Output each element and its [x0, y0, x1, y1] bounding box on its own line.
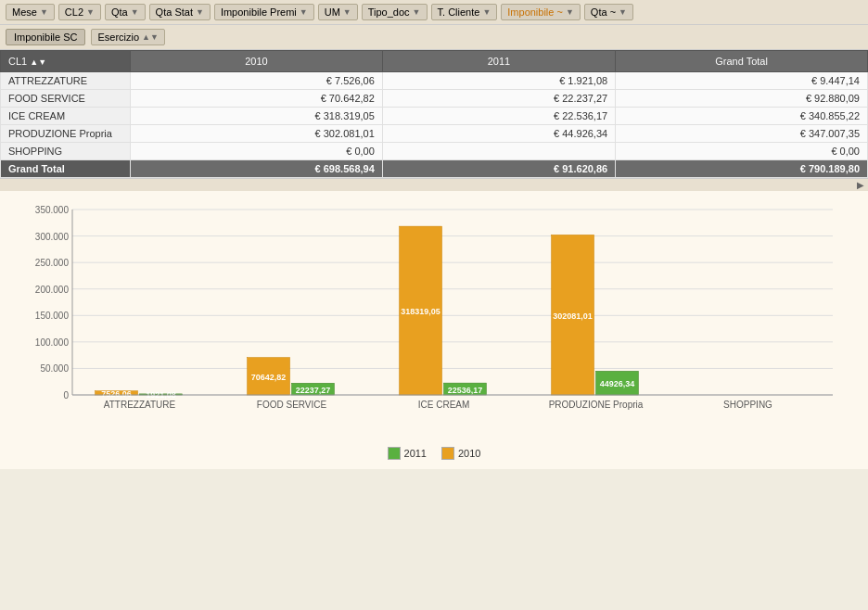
grand-total-total: € 790.189,80 — [616, 160, 868, 178]
table-row: FOOD SERVICE € 70.642,82 € 22.237,27 € 9… — [1, 90, 868, 108]
dropdown-arrow-icon: ▼ — [131, 7, 139, 17]
svg-text:318319,05: 318319,05 — [401, 307, 440, 316]
table-row: PRODUZIONE Propria € 302.081,01 € 44.926… — [1, 125, 868, 143]
dropdown-arrow-icon: ▼ — [413, 7, 421, 17]
grand-total-2011: € 91.620,86 — [382, 160, 615, 178]
svg-text:100.000: 100.000 — [35, 337, 70, 348]
row-2011-value: € 44.926,34 — [382, 125, 615, 143]
svg-text:22237,27: 22237,27 — [296, 386, 331, 395]
table-row: ICE CREAM € 318.319,05 € 22.536,17 € 340… — [1, 108, 868, 125]
dropdown-arrow-icon: ▼ — [86, 7, 95, 17]
legend-2010-color — [441, 447, 454, 460]
esercizio-button[interactable]: Esercizio ▲▼ — [91, 29, 164, 45]
filter-btn-cl2[interactable]: CL2 ▼ — [58, 4, 101, 20]
filter-btn-imponibile-premi[interactable]: Imponibile Premi ▼ — [214, 4, 314, 20]
row-2011-value: € 1.921,08 — [382, 72, 615, 90]
legend-2011: 2011 — [388, 447, 427, 460]
filter-btn-mese[interactable]: Mese ▼ — [6, 4, 55, 20]
dropdown-arrow-icon: ▼ — [566, 7, 574, 17]
row-total-value: € 347.007,35 — [616, 125, 868, 143]
second-bar: Imponibile SC Esercizio ▲▼ — [0, 25, 868, 50]
svg-text:ICE CREAM: ICE CREAM — [418, 400, 470, 410]
dropdown-arrow-icon: ▼ — [343, 7, 351, 17]
col-2011-header: 2011 — [382, 51, 615, 72]
row-2011-value: € 22.536,17 — [382, 108, 615, 125]
filter-btn-qta-~[interactable]: Qta ~ ▼ — [584, 4, 633, 20]
legend-2011-color — [388, 447, 401, 460]
svg-text:150.000: 150.000 — [35, 311, 70, 321]
svg-text:ATTREZZATURE: ATTREZZATURE — [104, 400, 176, 410]
row-2010-value: € 7.526,06 — [131, 72, 383, 90]
grand-total-2010: € 698.568,94 — [131, 160, 383, 178]
legend-2010: 2010 — [441, 447, 480, 460]
row-2011-value: € 22.237,27 — [382, 90, 615, 108]
scroll-right-icon[interactable]: ▶ — [857, 180, 864, 190]
imponibile-sc-button[interactable]: Imponibile SC — [6, 29, 85, 45]
row-label: PRODUZIONE Propria — [1, 125, 131, 143]
dropdown-arrow-icon: ▼ — [300, 7, 308, 17]
table-row: ATTREZZATURE € 7.526,06 € 1.921,08 € 9.4… — [1, 72, 868, 90]
svg-text:FOOD SERVICE: FOOD SERVICE — [257, 400, 327, 410]
dropdown-arrow-icon: ▼ — [619, 7, 627, 17]
row-total-value: € 340.855,22 — [616, 108, 868, 125]
svg-text:350.000: 350.000 — [35, 205, 70, 215]
filter-btn-imponibile-~[interactable]: Imponibile ~ ▼ — [501, 4, 581, 20]
row-total-value: € 9.447,14 — [616, 72, 868, 90]
svg-text:250.000: 250.000 — [35, 258, 70, 268]
row-2010-value: € 70.642,82 — [131, 90, 383, 108]
row-total-value: € 0,00 — [616, 143, 868, 160]
dropdown-arrow-icon: ▼ — [482, 7, 491, 17]
sort-icon: ▲▼ — [30, 57, 46, 67]
svg-text:PRODUZIONE Propria: PRODUZIONE Propria — [549, 400, 644, 410]
pivot-table: CL1 ▲▼ 2010 2011 Grand Total ATTREZZATUR… — [0, 50, 868, 178]
legend-2011-label: 2011 — [404, 448, 427, 459]
filter-bar: Mese ▼CL2 ▼Qta ▼Qta Stat ▼Imponibile Pre… — [0, 0, 868, 25]
row-2010-value: € 0,00 — [131, 143, 383, 160]
sort-arrows-icon: ▲▼ — [142, 32, 159, 42]
svg-text:50.000: 50.000 — [40, 363, 69, 374]
row-label: ATTREZZATURE — [1, 72, 131, 90]
col-grand-total-header: Grand Total — [616, 51, 868, 72]
filter-btn-qta[interactable]: Qta ▼ — [105, 4, 146, 20]
table-row: SHOPPING € 0,00 € 0,00 — [1, 143, 868, 160]
row-2011-value — [382, 143, 615, 160]
filter-btn-um[interactable]: UM ▼ — [318, 4, 358, 20]
filter-btn-qta-stat[interactable]: Qta Stat ▼ — [149, 4, 211, 20]
col-2010-header: 2010 — [131, 51, 383, 72]
esercizio-label: Esercizio — [97, 32, 139, 43]
svg-rect-0 — [72, 210, 833, 395]
data-table-container: CL1 ▲▼ 2010 2011 Grand Total ATTREZZATUR… — [0, 50, 868, 179]
svg-text:7526,06: 7526,06 — [101, 389, 132, 399]
grand-total-label: Grand Total — [1, 160, 131, 178]
row-2010-value: € 302.081,01 — [131, 125, 383, 143]
dropdown-arrow-icon: ▼ — [196, 7, 204, 17]
filter-btn-t.-cliente[interactable]: T. Cliente ▼ — [431, 4, 498, 20]
svg-text:22536,17: 22536,17 — [448, 386, 483, 395]
scroll-hint: ▶ — [0, 179, 868, 191]
legend-2010-label: 2010 — [458, 448, 480, 459]
grand-total-row: Grand Total € 698.568,94 € 91.620,86 € 7… — [1, 160, 868, 178]
svg-text:200.000: 200.000 — [35, 285, 70, 295]
row-label: FOOD SERVICE — [1, 90, 131, 108]
svg-text:70642,82: 70642,82 — [251, 373, 287, 382]
svg-text:SHOPPING: SHOPPING — [723, 400, 772, 410]
chart-area: 050.000100.000150.000200.000250.000300.0… — [0, 191, 868, 469]
cl1-column-header[interactable]: CL1 ▲▼ — [1, 51, 131, 72]
chart-legend: 2011 2010 — [9, 447, 859, 460]
row-total-value: € 92.880,09 — [616, 90, 868, 108]
row-label: SHOPPING — [1, 143, 131, 160]
filter-btn-tipo_doc[interactable]: Tipo_doc ▼ — [362, 4, 428, 20]
svg-text:44926,34: 44926,34 — [600, 379, 635, 388]
bar-chart: 050.000100.000150.000200.000250.000300.0… — [9, 200, 859, 441]
svg-text:300.000: 300.000 — [35, 232, 70, 242]
svg-text:302081,01: 302081,01 — [553, 311, 593, 321]
row-label: ICE CREAM — [1, 108, 131, 125]
dropdown-arrow-icon: ▼ — [40, 7, 48, 17]
svg-text:0: 0 — [63, 390, 69, 400]
row-2010-value: € 318.319,05 — [131, 108, 383, 125]
